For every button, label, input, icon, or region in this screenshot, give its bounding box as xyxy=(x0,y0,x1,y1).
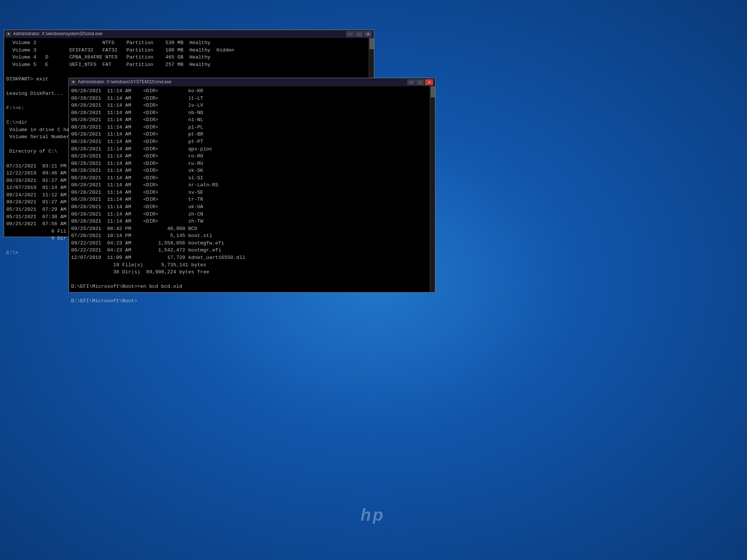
window2-controls: ─ □ ✕ xyxy=(407,79,433,85)
cmd-window-2: ■ Administrator: X:\windows\SYSTEM32\cmd… xyxy=(69,78,435,293)
minimize-btn-1[interactable]: ─ xyxy=(346,31,354,37)
window1-controls: ─ □ ✕ xyxy=(346,31,372,37)
desktop: ■ Administrator: X:\windows\system32\cmd… xyxy=(0,0,747,560)
scrollbar-thumb-1[interactable] xyxy=(369,38,374,49)
close-btn-1[interactable]: ✕ xyxy=(364,31,372,37)
scrollbar-2[interactable] xyxy=(430,86,435,292)
titlebar-1[interactable]: ■ Administrator: X:\windows\system32\cmd… xyxy=(4,30,374,38)
title-1: Administrator: X:\windows\system32\cmd.e… xyxy=(13,31,346,37)
scrollbar-thumb-2[interactable] xyxy=(431,86,435,97)
titlebar-2[interactable]: ■ Administrator: X:\windows\SYSTEM32\cmd… xyxy=(69,78,435,86)
cmd-icon-1: ■ xyxy=(6,31,11,37)
title-2: Administrator: X:\windows\SYSTEM32\cmd.e… xyxy=(78,79,407,85)
restore-btn-1[interactable]: □ xyxy=(355,31,363,37)
hp-logo: hp xyxy=(359,505,388,530)
minimize-btn-2[interactable]: ─ xyxy=(407,79,415,85)
cmd-icon-2: ■ xyxy=(71,80,76,85)
svg-text:hp: hp xyxy=(361,505,385,524)
restore-btn-2[interactable]: □ xyxy=(416,79,424,85)
cmd-content-2: 08/28/2021 11:14 AM <DIR> ko-KR 08/28/20… xyxy=(69,86,435,306)
close-btn-2[interactable]: ✕ xyxy=(425,79,433,85)
